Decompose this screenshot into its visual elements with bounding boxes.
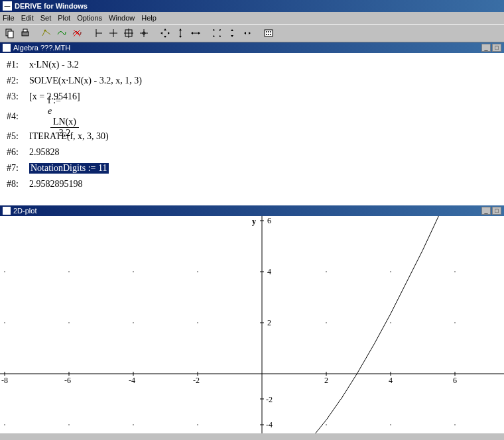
menu-help[interactable]: Help [141, 12, 157, 24]
menu-window[interactable]: Window [109, 12, 135, 24]
algebra-max-button[interactable]: □ [492, 44, 501, 52]
plot-max-button[interactable]: □ [492, 207, 501, 215]
svg-point-47 [390, 271, 391, 272]
expression-row: #4: f := e LN(x)3.2 [7, 105, 497, 129]
svg-rect-2 [22, 32, 29, 36]
plot-window: 2D-plot _ □ -8 -6 [0, 205, 504, 433]
svg-marker-19 [160, 32, 162, 34]
svg-point-55 [454, 322, 456, 323]
xtick-label: -2 [193, 376, 200, 385]
algebra-min-button[interactable]: _ [481, 44, 491, 52]
xtick-label: 4 [389, 376, 393, 385]
svg-marker-25 [198, 32, 200, 34]
tb-range-center-icon[interactable] [106, 26, 121, 40]
svg-marker-33 [244, 32, 246, 34]
algebra-window: Algebra ???.MTH _ □ #1:x·LN(x) - 3.2 #2:… [0, 42, 504, 205]
algebra-sysmenu-icon[interactable] [3, 44, 11, 52]
row-expr[interactable]: x·LN(x) - 3.2 [29, 60, 79, 70]
svg-marker-22 [179, 36, 182, 38]
row-label: #5: [7, 131, 29, 142]
app-sysmenu-icon[interactable]: — [3, 1, 12, 11]
plot-sysmenu-icon[interactable] [3, 207, 11, 215]
svg-point-45 [197, 271, 198, 272]
tb-zoom-in-icon[interactable] [225, 26, 239, 40]
tb-range-cross-icon[interactable] [137, 26, 151, 40]
row-expr-selected[interactable]: NotationDigits := 11 [29, 163, 109, 174]
svg-point-4 [44, 30, 46, 32]
svg-point-40 [268, 34, 269, 35]
frac-num: LN(x) [50, 117, 79, 127]
row-prefix: f := [48, 95, 63, 105]
ytick-label: -4 [266, 420, 273, 429]
tb-plot-curve-icon[interactable] [54, 26, 69, 40]
menu-file[interactable]: File [3, 12, 15, 24]
algebra-body[interactable]: #1:x·LN(x) - 3.2 #2:SOLVE(x·LN(x) - 3.2,… [0, 53, 504, 205]
xtick-label: -6 [64, 376, 71, 385]
svg-point-60 [326, 424, 327, 425]
svg-marker-31 [231, 29, 233, 31]
plot-area[interactable]: -8 -6 -4 -2 2 4 6 -4 -2 2 4 6 y + [0, 216, 504, 433]
svg-point-36 [266, 31, 267, 32]
svg-marker-17 [164, 28, 166, 30]
svg-point-50 [68, 322, 70, 323]
menu-plot[interactable]: Plot [58, 12, 70, 24]
svg-point-61 [390, 424, 391, 425]
row-label: #6: [7, 147, 29, 158]
xtick-label: -4 [129, 376, 135, 385]
row-label: #8: [7, 179, 29, 190]
tb-pan-horiz-icon[interactable] [188, 26, 203, 40]
plot-titlebar[interactable]: 2D-plot _ □ [0, 205, 504, 216]
tb-trace-icon[interactable] [39, 26, 54, 40]
tb-print-icon[interactable] [18, 26, 32, 40]
xtick-label: -8 [1, 376, 8, 385]
plot-curve [263, 216, 504, 433]
svg-marker-20 [168, 32, 170, 34]
svg-point-48 [454, 271, 456, 272]
svg-point-56 [4, 424, 5, 425]
tb-pan-all-icon[interactable] [158, 26, 172, 40]
tb-options-icon[interactable] [261, 26, 276, 40]
row-expr[interactable]: 2.95828 [29, 147, 60, 158]
tb-zoom-all-icon[interactable] [210, 26, 224, 40]
plot-canvas: -8 -6 -4 -2 2 4 6 -4 -2 2 4 6 y + [0, 216, 504, 433]
svg-rect-3 [23, 29, 27, 32]
row-expr[interactable]: ITERATE(f, x, 3, 30) [29, 131, 109, 142]
ytick-label: 2 [267, 318, 271, 327]
tb-pan-vert-icon[interactable] [173, 26, 188, 40]
svg-marker-28 [219, 29, 221, 31]
svg-point-58 [133, 424, 134, 425]
svg-point-57 [68, 424, 70, 425]
row-label: #7: [7, 163, 29, 174]
svg-marker-18 [164, 36, 166, 38]
svg-point-54 [390, 322, 391, 323]
tb-copy-icon[interactable] [3, 26, 17, 40]
ytick-label: 4 [267, 267, 271, 276]
plot-min-button[interactable]: _ [481, 207, 491, 215]
algebra-titlebar[interactable]: Algebra ???.MTH _ □ [0, 42, 504, 53]
tb-delete-plot-icon[interactable] [70, 26, 84, 40]
menu-options[interactable]: Options [77, 12, 102, 24]
svg-marker-27 [213, 29, 215, 31]
app-titlebar: — DERIVE for Windows [0, 0, 504, 12]
row-label: #4: [7, 111, 29, 122]
svg-marker-29 [213, 35, 215, 37]
svg-marker-32 [231, 35, 233, 37]
svg-marker-30 [219, 35, 221, 37]
svg-point-52 [197, 322, 198, 323]
svg-marker-34 [249, 32, 251, 34]
svg-point-38 [270, 31, 271, 32]
ytick-label: 6 [267, 216, 271, 225]
svg-point-42 [4, 271, 5, 272]
svg-point-62 [454, 424, 456, 425]
row-expr[interactable]: 2.9582895198 [29, 179, 83, 190]
toolbar [0, 24, 504, 42]
menu-set[interactable]: Set [40, 12, 52, 24]
menu-edit[interactable]: Edit [21, 12, 34, 24]
tb-range-fit-icon[interactable] [121, 26, 136, 40]
tb-zoom-out-icon[interactable] [240, 26, 255, 40]
svg-point-53 [326, 322, 327, 323]
expression-row: #7:NotationDigits := 11 [7, 160, 497, 176]
tb-range-left-icon[interactable] [91, 26, 105, 40]
svg-point-44 [133, 271, 134, 272]
xtick-label: 2 [324, 376, 328, 385]
